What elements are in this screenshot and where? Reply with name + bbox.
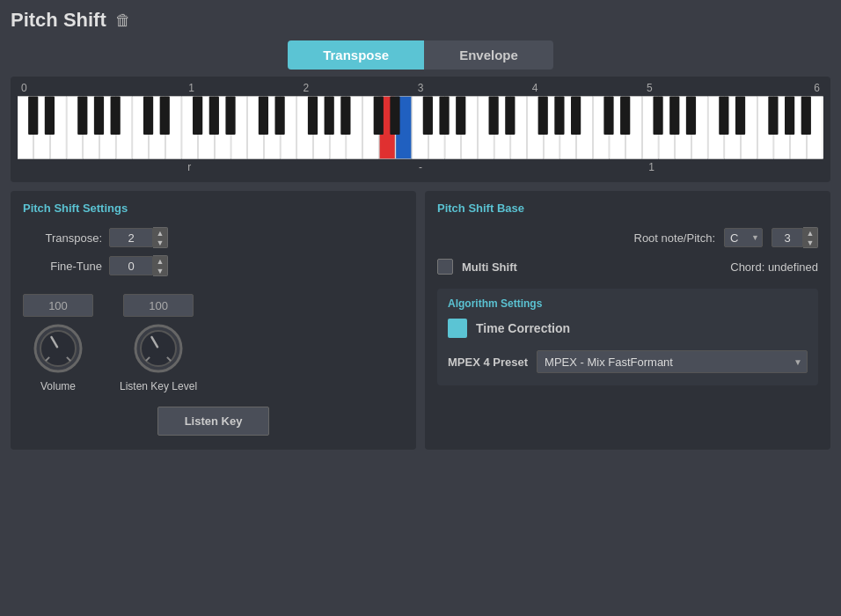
algo-title: Algorithm Settings (448, 297, 808, 310)
pitch-input-group: ▲ ▼ (772, 227, 818, 248)
mpex-row: MPEX 4 Preset MPEX - Mix FastFormant MPE… (448, 350, 808, 373)
marker-center: - (305, 161, 537, 173)
octave-1: 1 (135, 82, 247, 94)
svg-rect-78 (669, 97, 679, 135)
pitch-spinners: ▲ ▼ (803, 227, 818, 248)
piano-octave-labels: 0 1 2 3 4 5 6 (18, 82, 823, 94)
svg-rect-76 (620, 97, 630, 135)
pitch-input[interactable] (772, 228, 803, 247)
listen-key-button[interactable]: Listen Key (157, 407, 270, 436)
pitch-down[interactable]: ▼ (803, 238, 817, 247)
listen-key-level-display: 100 (123, 294, 194, 317)
svg-rect-59 (225, 97, 235, 135)
svg-rect-75 (603, 97, 613, 135)
fine-tune-label: Fine-Tune (23, 260, 102, 273)
right-panel-title: Pitch Shift Base (437, 202, 818, 215)
algo-section: Algorithm Settings Time Correction MPEX … (437, 289, 818, 385)
tab-transpose[interactable]: Transpose (288, 40, 424, 70)
volume-display: 100 (23, 294, 93, 317)
octave-3: 3 (364, 82, 476, 94)
left-panel: Pitch Shift Settings Transpose: ▲ ▼ Fine… (11, 191, 416, 450)
svg-rect-57 (193, 97, 202, 135)
svg-rect-56 (160, 97, 170, 135)
svg-rect-63 (325, 97, 334, 135)
svg-rect-64 (340, 97, 350, 135)
marker-right: 1 (536, 161, 820, 173)
multi-shift-checkbox[interactable] (437, 259, 453, 275)
pitch-up[interactable]: ▲ (803, 228, 817, 238)
svg-rect-71 (505, 97, 515, 135)
svg-rect-51 (45, 97, 55, 135)
page-title: Pitch Shift (11, 9, 106, 32)
chord-label: Chord: undefined (730, 260, 818, 274)
svg-rect-54 (111, 97, 121, 135)
app-container: Pitch Shift 🗑 Transpose Envelope 0 1 2 3… (0, 0, 841, 616)
svg-rect-61 (275, 97, 285, 135)
root-note-dropdown-wrap: CC#DD# EFF#G G#AA#B (724, 228, 763, 247)
fine-tune-row: Fine-Tune ▲ ▼ (23, 255, 404, 276)
right-panel: Pitch Shift Base Root note/Pitch: CC#DD#… (425, 191, 830, 450)
transpose-spinners: ▲ ▼ (153, 227, 168, 248)
piano-keyboard[interactable]: // We'll render via JS below (18, 96, 823, 159)
svg-rect-73 (554, 97, 564, 135)
left-panel-title: Pitch Shift Settings (23, 202, 404, 215)
root-note-row: Root note/Pitch: CC#DD# EFF#G G#AA#B ▲ ▼ (437, 227, 818, 248)
transpose-down[interactable]: ▼ (153, 238, 167, 247)
svg-rect-55 (143, 97, 153, 135)
transpose-input[interactable] (109, 228, 153, 247)
fine-tune-input-group: ▲ ▼ (109, 255, 168, 276)
main-content: Pitch Shift Settings Transpose: ▲ ▼ Fine… (11, 191, 830, 450)
transpose-row: Transpose: ▲ ▼ (23, 227, 404, 248)
octave-2: 2 (250, 82, 362, 94)
svg-rect-82 (768, 97, 778, 135)
svg-rect-68 (439, 97, 449, 135)
transpose-up[interactable]: ▲ (153, 228, 167, 238)
trash-icon[interactable]: 🗑 (115, 11, 131, 30)
svg-rect-62 (308, 97, 318, 135)
time-correction-checkbox[interactable] (448, 319, 467, 338)
listen-key-level-knob[interactable] (132, 322, 185, 375)
root-note-select[interactable]: CC#DD# EFF#G G#AA#B (724, 228, 763, 247)
svg-rect-66 (390, 97, 399, 135)
svg-rect-69 (456, 97, 465, 135)
svg-rect-50 (28, 97, 38, 135)
marker-left: r (21, 161, 305, 173)
svg-rect-58 (209, 97, 219, 135)
svg-rect-60 (259, 97, 268, 135)
mpex-label: MPEX 4 Preset (448, 356, 528, 369)
svg-rect-77 (653, 97, 662, 135)
multi-shift-row: Multi Shift Chord: undefined (437, 259, 818, 275)
svg-rect-72 (538, 97, 548, 135)
time-correction-row: Time Correction (448, 319, 808, 338)
volume-label: Volume (40, 380, 76, 392)
fine-tune-down[interactable]: ▼ (153, 266, 167, 275)
svg-rect-52 (77, 97, 87, 135)
multi-shift-label: Multi Shift (462, 260, 517, 274)
svg-rect-65 (374, 97, 384, 135)
svg-rect-80 (719, 97, 728, 135)
fine-tune-input[interactable] (109, 256, 153, 275)
transpose-input-group: ▲ ▼ (109, 227, 168, 248)
volume-knob[interactable] (32, 322, 84, 375)
octave-5: 5 (594, 82, 706, 94)
listen-key-level-label: Listen Key Level (120, 380, 197, 392)
tab-envelope[interactable]: Envelope (424, 40, 553, 70)
knobs-row: 100 Volume 100 (23, 294, 404, 392)
svg-rect-70 (489, 97, 499, 135)
fine-tune-up[interactable]: ▲ (153, 256, 167, 266)
octave-6: 6 (708, 82, 820, 94)
piano-section: 0 1 2 3 4 5 6 // We'll render via JS bel… (11, 77, 830, 182)
fine-tune-spinners: ▲ ▼ (153, 255, 168, 276)
tab-bar: Transpose Envelope (11, 40, 830, 70)
svg-rect-67 (423, 97, 433, 135)
svg-rect-79 (686, 97, 696, 135)
transpose-label: Transpose: (23, 231, 102, 245)
listen-key-level-group: 100 Listen Key Level (120, 294, 197, 392)
mpex-select[interactable]: MPEX - Mix FastFormant MPEX - Speech MPE… (537, 350, 808, 373)
svg-rect-81 (735, 97, 745, 135)
svg-rect-74 (571, 97, 581, 135)
time-correction-label: Time Correction (476, 321, 570, 335)
volume-knob-group: 100 Volume (23, 294, 93, 392)
svg-rect-83 (785, 97, 794, 135)
header: Pitch Shift 🗑 (11, 9, 830, 32)
